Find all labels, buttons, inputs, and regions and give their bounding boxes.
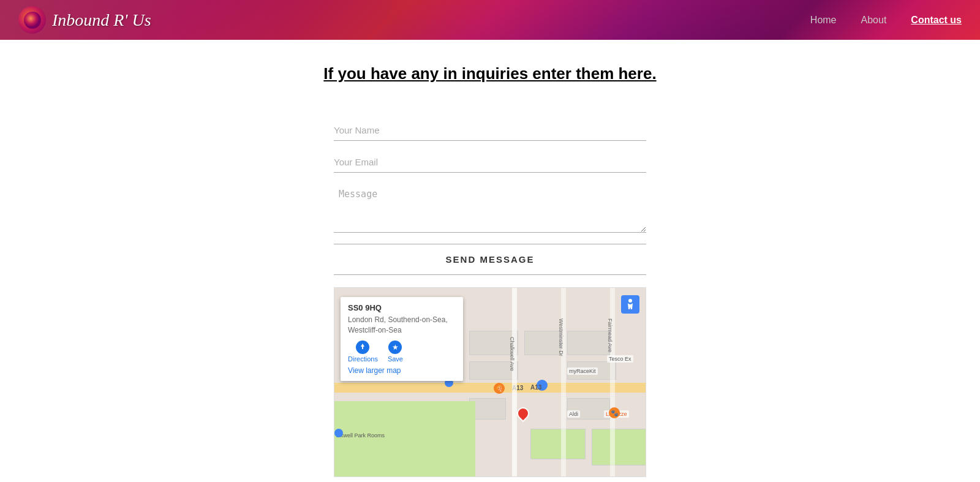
directions-button[interactable]: Directions — [348, 341, 378, 363]
building-block — [524, 331, 561, 355]
contact-form: SEND MESSAGE A13 — [334, 120, 646, 477]
logo-icon — [18, 6, 46, 34]
svg-point-1 — [628, 299, 632, 303]
nav-contact[interactable]: Contact us — [911, 15, 962, 26]
road-a13-ext — [334, 383, 475, 393]
directions-icon — [356, 341, 369, 354]
map-place-aldi: Aldi — [567, 410, 580, 418]
pegman-icon[interactable] — [621, 295, 639, 314]
map-marker-bus2 — [334, 429, 343, 437]
send-button[interactable]: SEND MESSAGE — [334, 252, 646, 267]
building-block — [567, 331, 610, 355]
nav-about[interactable]: About — [861, 15, 887, 26]
map-place-tesco: Tesco Ex — [607, 355, 633, 363]
road-chalkwell — [512, 288, 517, 476]
logo-text: Inbound R' Us — [52, 10, 151, 30]
green-block — [530, 429, 586, 459]
view-larger-link[interactable]: View larger map — [348, 366, 401, 375]
map-container: A13 Chalkwell Ave Westminster Dr Fairmea… — [334, 287, 646, 477]
main-nav: Home About Contact us — [810, 15, 962, 26]
email-input[interactable] — [334, 152, 646, 173]
street-label-chalkwell: Chalkwell Ave — [509, 337, 515, 371]
svg-point-0 — [24, 12, 41, 29]
main-content: If you have any in inquiries enter them … — [0, 40, 980, 477]
map-popup-postcode: SS0 9HQ — [348, 303, 456, 312]
street-label-westminster: Westminster Dr — [558, 318, 564, 356]
road-v3 — [610, 288, 615, 476]
street-label-fairmead: Fairmead Ave — [607, 318, 613, 352]
save-button[interactable]: ★ Save — [388, 341, 403, 363]
map-marker-orange1: 🍕 — [494, 383, 505, 394]
park-area — [334, 401, 475, 477]
map-popup: SS0 9HQ London Rd, Southend-on-Sea, West… — [341, 297, 463, 381]
message-textarea[interactable] — [334, 184, 646, 233]
site-header: Inbound R' Us Home About Contact us — [0, 0, 980, 40]
road-v2 — [561, 288, 566, 476]
map-marker-orange2: 🐾 — [609, 407, 620, 418]
save-icon: ★ — [388, 341, 402, 354]
logo-area: Inbound R' Us — [18, 6, 151, 34]
green-block — [592, 429, 646, 465]
map-popup-address: London Rd, Southend-on-Sea, Westcliff-on… — [348, 315, 456, 336]
map-place-myracekit: myRaceKit — [567, 367, 598, 375]
map-pin — [517, 407, 529, 420]
page-title: If you have any in inquiries enter them … — [323, 64, 656, 83]
map-background: A13 Chalkwell Ave Westminster Dr Fairmea… — [334, 288, 646, 476]
send-btn-row: SEND MESSAGE — [334, 244, 646, 275]
map-popup-actions: Directions ★ Save — [348, 341, 456, 363]
nav-home[interactable]: Home — [810, 15, 837, 26]
map-road-a13-label: A13 — [530, 384, 541, 391]
name-input[interactable] — [334, 120, 646, 141]
